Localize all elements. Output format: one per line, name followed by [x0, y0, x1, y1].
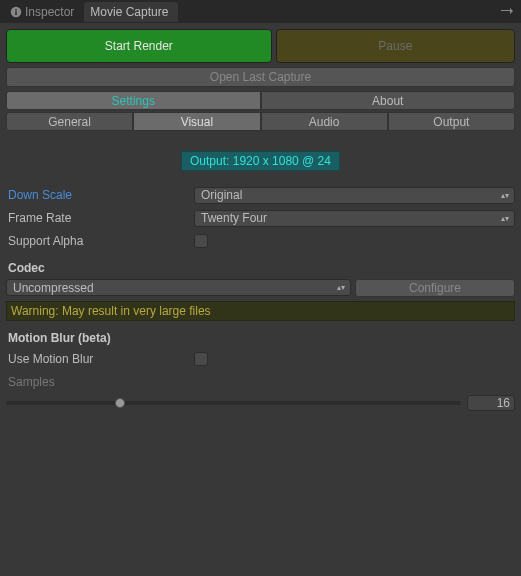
codec-dropdown[interactable]: Uncompressed ▴▾ — [6, 279, 351, 296]
svg-rect-1 — [15, 11, 17, 15]
down-scale-value: Original — [201, 188, 242, 202]
start-render-label: Start Render — [105, 39, 173, 53]
frame-rate-dropdown[interactable]: Twenty Four ▴▾ — [194, 210, 515, 227]
tab-inspector-label: Inspector — [25, 5, 74, 19]
tab-visual-label: Visual — [181, 115, 213, 129]
tab-general[interactable]: General — [6, 112, 133, 131]
frame-rate-label: Frame Rate — [6, 211, 194, 225]
support-alpha-label: Support Alpha — [6, 234, 194, 248]
sub-tab-strip: General Visual Audio Output — [6, 112, 515, 131]
tab-audio-label: Audio — [309, 115, 340, 129]
samples-slider[interactable] — [6, 396, 461, 410]
configure-button[interactable]: Configure — [355, 279, 515, 297]
samples-label: Samples — [6, 375, 194, 389]
tab-inspector[interactable]: Inspector — [4, 2, 84, 22]
open-last-capture-button[interactable]: Open Last Capture — [6, 67, 515, 87]
tab-output-label: Output — [433, 115, 469, 129]
output-banner: Output: 1920 x 1080 @ 24 — [6, 151, 515, 171]
codec-row: Uncompressed ▴▾ Configure — [6, 279, 515, 297]
down-scale-field: Down Scale Original ▴▾ — [6, 185, 515, 205]
start-render-button[interactable]: Start Render — [6, 29, 272, 63]
panel-content: Start Render Pause Open Last Capture Set… — [0, 23, 521, 423]
pause-label: Pause — [378, 39, 412, 53]
support-alpha-field: Support Alpha — [6, 231, 515, 251]
slider-track — [6, 401, 461, 405]
support-alpha-checkbox[interactable] — [194, 234, 208, 248]
frame-rate-value: Twenty Four — [201, 211, 267, 225]
tab-movie-capture[interactable]: Movie Capture — [84, 2, 178, 22]
codec-heading: Codec — [6, 261, 515, 275]
svg-marker-4 — [510, 8, 513, 14]
chevron-updown-icon: ▴▾ — [336, 280, 346, 295]
tab-audio[interactable]: Audio — [261, 112, 388, 131]
tab-movie-capture-label: Movie Capture — [90, 5, 168, 19]
main-tab-strip: Settings About — [6, 91, 515, 110]
panel-menu-icon[interactable] — [493, 5, 521, 19]
use-motion-blur-checkbox[interactable] — [194, 352, 208, 366]
use-motion-blur-field: Use Motion Blur — [6, 349, 515, 369]
codec-warning: Warning: May result in very large files — [6, 301, 515, 321]
codec-value: Uncompressed — [13, 281, 94, 295]
frame-rate-field: Frame Rate Twenty Four ▴▾ — [6, 208, 515, 228]
pause-button[interactable]: Pause — [276, 29, 515, 63]
open-last-capture-label: Open Last Capture — [210, 70, 311, 84]
chevron-updown-icon: ▴▾ — [500, 211, 510, 226]
tab-settings-label: Settings — [112, 94, 155, 108]
output-banner-text: Output: 1920 x 1080 @ 24 — [181, 151, 340, 171]
svg-rect-2 — [15, 9, 17, 11]
tab-general-label: General — [48, 115, 91, 129]
chevron-updown-icon: ▴▾ — [500, 188, 510, 203]
tab-output[interactable]: Output — [388, 112, 515, 131]
down-scale-label: Down Scale — [6, 188, 194, 202]
window-tab-bar: Inspector Movie Capture — [0, 0, 521, 23]
motion-blur-heading: Motion Blur (beta) — [6, 331, 515, 345]
slider-thumb[interactable] — [115, 398, 125, 408]
samples-slider-row: 16 — [6, 395, 515, 411]
configure-label: Configure — [409, 281, 461, 295]
render-button-row: Start Render Pause — [6, 29, 515, 63]
tab-about[interactable]: About — [261, 91, 516, 110]
samples-value[interactable]: 16 — [467, 395, 515, 411]
svg-rect-3 — [501, 10, 511, 11]
use-motion-blur-label: Use Motion Blur — [6, 352, 194, 366]
samples-field: Samples — [6, 372, 515, 392]
tab-settings[interactable]: Settings — [6, 91, 261, 110]
tab-visual[interactable]: Visual — [133, 112, 260, 131]
down-scale-dropdown[interactable]: Original ▴▾ — [194, 187, 515, 204]
info-icon — [10, 6, 22, 18]
tab-about-label: About — [372, 94, 403, 108]
